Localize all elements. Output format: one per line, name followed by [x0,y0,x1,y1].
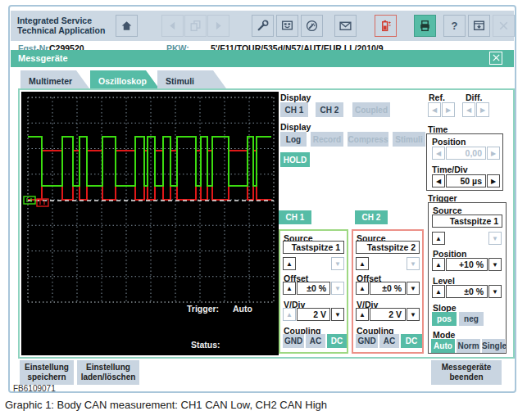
ch2-offset-up-button[interactable]: ▲ [356,282,369,295]
ch1-coupling-dc-button[interactable]: DC [327,334,347,348]
ch1-header-button[interactable]: CH 1 [279,210,311,224]
ch1-source-down-button[interactable]: ▼ [331,257,344,270]
diff-next-button[interactable]: ▶ [476,102,489,117]
ch2-can-high-trace [28,151,271,200]
ch2-coupling-gnd-button[interactable]: GND [356,334,378,348]
display-ch2-button[interactable]: CH 2 [316,102,343,117]
load-settings-line2: laden/löschen [77,373,139,382]
ch2-header-button[interactable]: CH 2 [355,210,388,224]
ch2-coupling-ac-button[interactable]: AC [379,334,399,348]
print-button[interactable] [414,15,436,37]
mode-norm-button[interactable]: Norm [457,339,480,353]
service-functions-button[interactable] [252,15,274,37]
trigger-source-down-button[interactable]: ▼ [488,232,502,245]
ch1-coupling-ac-button[interactable]: AC [306,334,325,348]
time-box: Position ◀ 0,00 ▶ Time/Div ◀ 50 µs ▶ [426,133,503,191]
trigger-level-value: ±0 % [446,285,488,298]
back-icon [166,19,179,33]
battery-status-button[interactable] [375,15,397,37]
load-settings-button[interactable]: Einstellung laden/löschen [77,360,139,385]
mode-single-button[interactable]: Single [482,339,505,353]
scope-waveform-canvas [21,92,279,355]
main-toolbar: Integrated Service Technical Application [11,11,514,41]
trigger-source-up-button[interactable]: ▲ [432,232,445,245]
display-ch1-button[interactable]: CH 1 [280,102,308,117]
mail-button[interactable] [334,15,357,37]
oscilloscope-panel: Trigger: Auto Status: Display CH 1 CH 2 … [18,88,515,359]
back-button[interactable] [161,15,184,37]
save-settings-line1: Einstellung [20,363,74,373]
trigger-source-value: Tastspitze 1 [432,215,502,228]
timediv-increase-button[interactable]: ▶ [487,174,500,187]
tab-oszilloskop[interactable]: Oszilloskop [90,70,159,88]
stimuli-button[interactable]: Stimuli [393,132,425,147]
ch1-offset-value: ±0 % [297,282,330,295]
time-position-decrease-button[interactable]: ◀ [432,147,445,160]
app-title-line1: Integrated Service [17,16,105,25]
ch2-vdiv-up-button[interactable]: ▲ [356,308,369,321]
workflow-documents-button[interactable] [184,15,207,37]
display-coupled-button[interactable]: Coupled [352,102,390,117]
print-icon [418,19,432,33]
ch1-offset-up-button[interactable]: ▲ [283,282,296,295]
save-settings-line2: speichern [20,373,74,382]
ch2-vdiv-down-button[interactable]: ▼ [407,308,420,321]
timediv-label: Time/Div [432,165,468,174]
forward-button[interactable] [207,15,229,37]
forward-icon [211,19,225,33]
log-button[interactable]: Log [280,132,307,147]
ch2-source-up-button[interactable]: ▲ [356,257,369,270]
ch1-offset-down-button[interactable]: ▼ [331,282,344,295]
trigger-position-down-button[interactable]: ▼ [488,258,502,271]
help-button[interactable]: ? [443,15,466,37]
app-title: Integrated Service Technical Application [17,16,105,35]
help-icon: ? [452,20,458,32]
ch1-vdiv-down-button[interactable]: ▼ [331,308,344,321]
diff-prev-button[interactable]: ◀ [462,102,475,117]
trigger-level-up-button[interactable]: ▲ [432,285,445,298]
probe-connection-button[interactable] [301,15,323,37]
ch1-can-low-trace [28,137,271,186]
minimize-window-button[interactable] [468,15,490,37]
scope-trigger-label: Trigger: [187,304,219,314]
close-app-button[interactable] [493,15,515,37]
exit-line1: Messegeräte [431,363,502,373]
ch2-source-down-button[interactable]: ▼ [407,257,420,270]
ch2-coupling-dc-button[interactable]: DC [401,334,422,348]
trigger-level-down-button[interactable]: ▼ [488,285,502,298]
workflow-documents-icon [189,19,202,33]
diff-label: Diff. [466,93,482,102]
scope-display: Trigger: Auto Status: [21,92,279,355]
tab-stimuli[interactable]: Stimuli [157,70,226,88]
ch2-offset-value: ±0 % [370,282,406,295]
time-position-value: 0,00 [446,147,486,160]
compress-button[interactable]: Compress [348,132,388,147]
trigger-position-up-button[interactable]: ▲ [432,258,445,271]
exit-measuring-devices-button[interactable]: Messegeräte beenden [431,360,502,385]
mode-auto-button[interactable]: Auto [431,339,455,353]
ch1-source-up-button[interactable]: ▲ [283,257,296,270]
ch1-vdiv-up-button[interactable]: ▲ [283,308,296,321]
record-button[interactable]: Record [311,132,343,147]
ch1-coupling-gnd-button[interactable]: GND [283,334,304,348]
save-settings-button[interactable]: Einstellung speichern [20,360,74,385]
time-position-increase-button[interactable]: ▶ [487,147,500,160]
home-button[interactable] [116,15,138,37]
close-icon [492,52,501,65]
app-title-line2: Technical Application [17,25,105,35]
scope-trigger-value: Auto [233,304,252,314]
battery-warning-icon [379,19,393,33]
measuring-devices-button[interactable] [276,15,298,37]
slope-pos-button[interactable]: pos [432,312,457,326]
hold-button[interactable]: HOLD [280,152,310,167]
ref-next-button[interactable]: ▶ [442,102,455,117]
dialog-close-button[interactable] [489,52,502,65]
timediv-decrease-button[interactable]: ◀ [432,174,445,187]
load-settings-line1: Einstellung [77,363,139,373]
ch2-offset-down-button[interactable]: ▼ [407,282,420,295]
time-position-label: Position [432,137,466,147]
exit-line2: beenden [431,373,502,382]
slope-neg-button[interactable]: neg [459,312,484,326]
ref-prev-button[interactable]: ◀ [428,102,441,117]
tab-multimeter[interactable]: Multimeter [20,70,89,88]
